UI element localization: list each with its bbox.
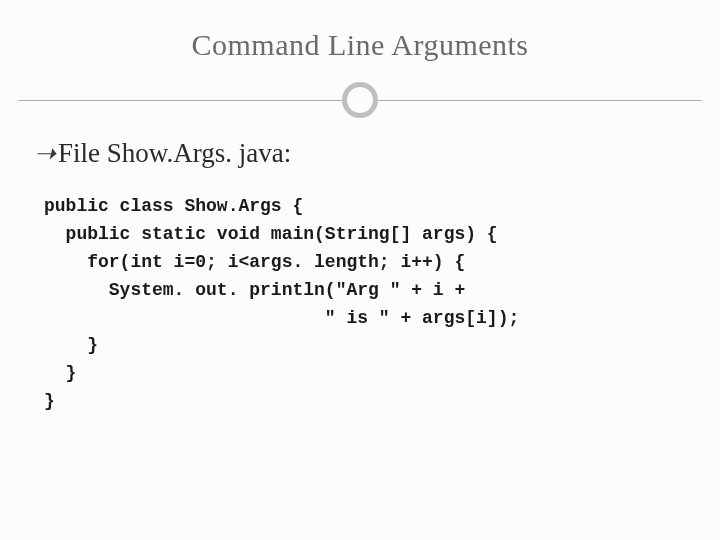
slide-body: ➝ File Show.Args. java: public class Sho… [0,120,720,416]
bullet-icon: ➝ [34,138,52,169]
title-region: Command Line Arguments [0,0,720,62]
code-block: public class Show.Args { public static v… [34,193,686,416]
divider-circle-icon [342,82,378,118]
page-title: Command Line Arguments [0,28,720,62]
bullet-text: File Show.Args. java: [58,138,291,169]
title-divider [0,80,720,120]
bullet-item: ➝ File Show.Args. java: [34,138,686,169]
slide: Command Line Arguments ➝ File Show.Args.… [0,0,720,540]
